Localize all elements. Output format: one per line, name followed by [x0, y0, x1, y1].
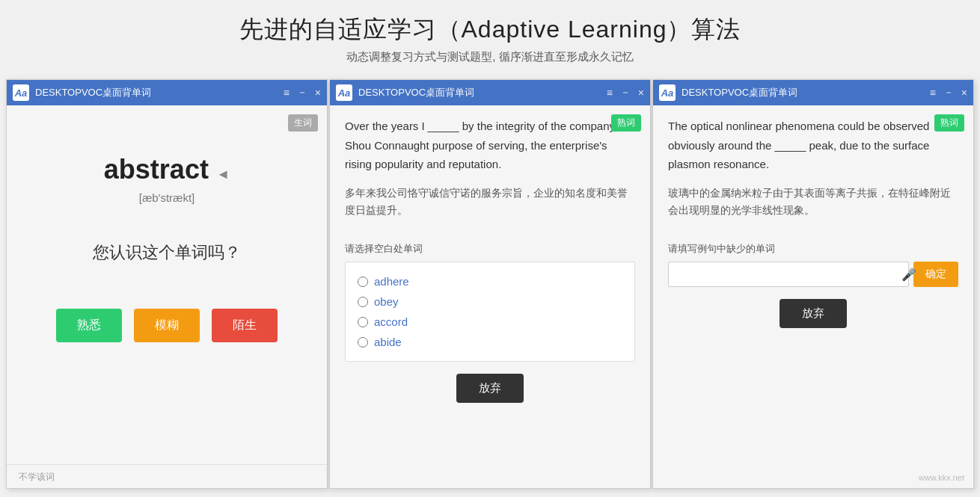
radio-obey[interactable]	[358, 297, 368, 307]
titlebar-appname-2: DESKTOPVOC桌面背单词	[358, 86, 607, 99]
badge-hot-2: 熟词	[611, 114, 641, 132]
page-header: 先进的自适应学习（Adaptive Learning）算法 动态调整复习方式与测…	[0, 0, 980, 72]
window3-body: 熟词 The optical nonlinear phenomena could…	[653, 105, 973, 488]
type-answer-input[interactable]	[668, 262, 909, 287]
titlebar-controls-1: ≡ － ×	[284, 86, 321, 99]
sound-icon[interactable]: ◄	[216, 167, 230, 182]
titlebar-controls-3: ≡ － ×	[930, 86, 967, 99]
minimize-icon-1[interactable]: －	[297, 86, 307, 99]
page-subtitle: 动态调整复习方式与测试题型, 循序渐进直至形成永久记忆	[0, 50, 980, 64]
option-abide[interactable]: abide	[358, 332, 622, 352]
badge-new-1: 生词	[288, 114, 318, 132]
titlebar-logo-1: Aa	[13, 84, 29, 101]
fill-sentence-en: Over the years I _____ by the integrity …	[345, 117, 635, 174]
footer-text-1[interactable]: 不学该词	[19, 472, 55, 482]
vocab-question: 您认识这个单词吗？	[22, 241, 312, 264]
menu-icon-3[interactable]: ≡	[930, 87, 936, 99]
radio-abide[interactable]	[358, 337, 368, 348]
option-obey-label: obey	[374, 295, 399, 308]
badge-hot-3: 熟词	[934, 114, 964, 132]
close-icon-3[interactable]: ×	[961, 87, 967, 99]
btn-unfamiliar[interactable]: 陌生	[212, 309, 278, 342]
titlebar-logo-2: Aa	[336, 84, 352, 101]
fill-select-label: 请选择空白处单词	[345, 242, 635, 256]
window-fill-blank: Aa DESKTOPVOC桌面背单词 ≡ － × 熟词 Over the yea…	[329, 79, 651, 489]
window1-body: 生词 abstract ◄ [æb'strækt] 您认识这个单词吗？ 熟悉 模…	[7, 105, 327, 464]
titlebar-appname-3: DESKTOPVOC桌面背单词	[682, 86, 930, 99]
fill-options-box: adhere obey accord abide	[345, 262, 635, 362]
type-sentence-en: The optical nonlinear phenomena could be…	[668, 117, 958, 174]
btn-familiar[interactable]: 熟悉	[56, 309, 122, 342]
menu-icon-1[interactable]: ≡	[284, 87, 290, 99]
option-adhere[interactable]: adhere	[358, 271, 622, 291]
option-accord[interactable]: accord	[358, 312, 622, 332]
type-input-label: 请填写例句中缺少的单词	[668, 242, 958, 256]
window2-body: 熟词 Over the years I _____ by the integri…	[330, 105, 650, 488]
titlebar-2: Aa DESKTOPVOC桌面背单词 ≡ － ×	[330, 80, 650, 105]
titlebar-controls-2: ≡ － ×	[607, 86, 644, 99]
option-obey[interactable]: obey	[358, 291, 622, 312]
titlebar-appname-1: DESKTOPVOC桌面背单词	[35, 86, 284, 99]
titlebar-logo-3: Aa	[659, 84, 676, 101]
vocab-buttons: 熟悉 模糊 陌生	[22, 309, 312, 342]
minimize-icon-3[interactable]: －	[943, 86, 954, 99]
mic-icon: 🎤	[901, 268, 916, 282]
titlebar-1: Aa DESKTOPVOC桌面背单词 ≡ － ×	[7, 80, 327, 105]
vocab-word-text: abstract	[104, 154, 209, 185]
vocab-word-container: abstract ◄	[22, 154, 312, 185]
window-vocab-card: Aa DESKTOPVOC桌面背单词 ≡ － × 生词 abstract ◄ […	[6, 79, 328, 489]
btn-confirm[interactable]: 确定	[913, 262, 958, 287]
window-type-answer: Aa DESKTOPVOC桌面背单词 ≡ － × 熟词 The optical …	[652, 79, 974, 489]
windows-row: Aa DESKTOPVOC桌面背单词 ≡ － × 生词 abstract ◄ […	[0, 72, 980, 489]
btn-abandon-3[interactable]: 放弃	[780, 299, 847, 328]
type-sentence-zh: 玻璃中的金属纳米粒子由于其表面等离子共振，在特征峰附近会出现明显的光学非线性现象…	[668, 185, 958, 220]
option-abide-label: abide	[374, 336, 402, 348]
close-icon-1[interactable]: ×	[315, 87, 321, 99]
btn-vague[interactable]: 模糊	[134, 309, 200, 342]
fill-sentence-zh: 多年来我公司恪守诚信守诺的服务宗旨，企业的知名度和美誉度日益提升。	[345, 185, 635, 220]
option-adhere-label: adhere	[374, 275, 409, 288]
titlebar-3: Aa DESKTOPVOC桌面背单词 ≡ － ×	[653, 80, 973, 105]
minimize-icon-2[interactable]: －	[620, 86, 631, 99]
option-accord-label: accord	[374, 315, 408, 328]
menu-icon-2[interactable]: ≡	[607, 87, 613, 99]
window1-footer: 不学该词	[7, 464, 327, 488]
btn-abandon-2[interactable]: 放弃	[456, 374, 524, 403]
page-title: 先进的自适应学习（Adaptive Learning）算法	[0, 13, 980, 46]
radio-accord[interactable]	[358, 317, 368, 327]
watermark: www.kkx.net	[919, 473, 964, 482]
radio-adhere[interactable]	[358, 277, 368, 287]
close-icon-2[interactable]: ×	[638, 87, 644, 99]
vocab-phonetic: [æb'strækt]	[22, 191, 312, 204]
